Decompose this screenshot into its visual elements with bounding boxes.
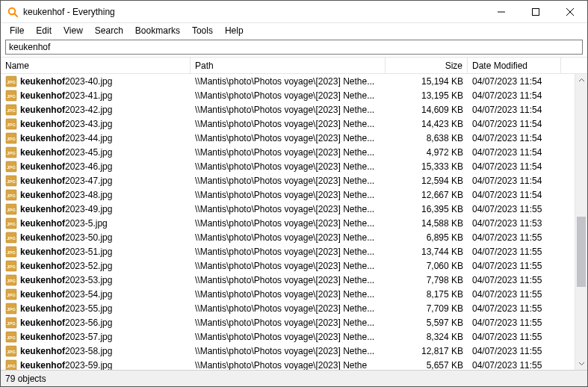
cell-size: 7,060 KB [386, 261, 468, 271]
titlebar[interactable]: keukenhof - Everything [1, 1, 587, 23]
results-list[interactable]: JPGkeukenhof2023-40.jpg\\Mantis\photo\Ph… [1, 74, 575, 370]
close-button[interactable] [553, 1, 587, 23]
cell-size: 4,972 KB [386, 147, 468, 158]
table-row[interactable]: JPGkeukenhof2023-50.jpg\\Mantis\photo\Ph… [1, 230, 575, 244]
table-row[interactable]: JPGkeukenhof2023-43.jpg\\Mantis\photo\Ph… [1, 117, 575, 131]
table-row[interactable]: JPGkeukenhof2023-56.jpg\\Mantis\photo\Ph… [1, 315, 575, 329]
jpg-file-icon: JPG [5, 217, 17, 229]
scroll-down-button[interactable] [575, 357, 587, 370]
svg-text:JPG: JPG [7, 307, 16, 312]
cell-path: \\Mantis\photo\Photos voyage\[2023] Neth… [191, 289, 386, 300]
maximize-button[interactable] [519, 1, 553, 23]
jpg-file-icon: JPG [5, 288, 17, 300]
table-row[interactable]: JPGkeukenhof2023-40.jpg\\Mantis\photo\Ph… [1, 74, 575, 88]
cell-name: JPGkeukenhof2023-59.jpg [1, 359, 191, 371]
cell-path: \\Mantis\photo\Photos voyage\[2023] Neth… [191, 176, 386, 186]
cell-size: 7,798 KB [386, 275, 468, 285]
cell-size: 8,175 KB [386, 289, 468, 300]
table-row[interactable]: JPGkeukenhof2023-51.jpg\\Mantis\photo\Ph… [1, 244, 575, 258]
cell-name: JPGkeukenhof2023-50.jpg [1, 232, 191, 244]
cell-path: \\Mantis\photo\Photos voyage\[2023] Neth… [191, 147, 386, 158]
header-name[interactable]: Name [1, 58, 191, 73]
svg-text:JPG: JPG [7, 250, 16, 255]
table-row[interactable]: JPGkeukenhof2023-49.jpg\\Mantis\photo\Ph… [1, 202, 575, 216]
cell-name: JPGkeukenhof2023-45.jpg [1, 146, 191, 158]
table-row[interactable]: JPGkeukenhof2023-42.jpg\\Mantis\photo\Ph… [1, 102, 575, 117]
svg-text:JPG: JPG [7, 123, 16, 127]
header-size[interactable]: Size [386, 58, 468, 73]
jpg-file-icon: JPG [5, 260, 17, 272]
table-row[interactable]: JPGkeukenhof2023-47.jpg\\Mantis\photo\Ph… [1, 173, 575, 188]
cell-path: \\Mantis\photo\Photos voyage\[2023] Neth… [191, 275, 386, 285]
table-row[interactable]: JPGkeukenhof2023-41.jpg\\Mantis\photo\Ph… [1, 88, 575, 102]
svg-text:JPG: JPG [7, 165, 16, 170]
table-row[interactable]: JPGkeukenhof2023-59.jpg\\Mantis\photo\Ph… [1, 358, 575, 370]
cell-name: JPGkeukenhof2023-49.jpg [1, 203, 191, 215]
cell-size: 14,588 KB [386, 218, 468, 229]
table-row[interactable]: JPGkeukenhof2023-58.jpg\\Mantis\photo\Ph… [1, 344, 575, 358]
header-path[interactable]: Path [191, 58, 386, 73]
jpg-file-icon: JPG [5, 104, 17, 116]
jpg-file-icon: JPG [5, 274, 17, 286]
file-name: keukenhof2023-59.jpg [20, 360, 112, 371]
cell-date: 04/07/2023 11:54 [468, 161, 561, 172]
scroll-thumb[interactable] [577, 217, 586, 287]
cell-path: \\Mantis\photo\Photos voyage\[2023] Neth… [191, 261, 386, 271]
scroll-up-button[interactable] [575, 74, 587, 87]
svg-text:JPG: JPG [7, 236, 16, 241]
jpg-file-icon: JPG [5, 90, 17, 102]
minimize-button[interactable] [484, 1, 519, 23]
table-row[interactable]: JPGkeukenhof2023-57.jpg\\Mantis\photo\Ph… [1, 329, 575, 344]
table-row[interactable]: JPGkeukenhof2023-5.jpg\\Mantis\photo\Pho… [1, 216, 575, 230]
table-row[interactable]: JPGkeukenhof2023-48.jpg\\Mantis\photo\Ph… [1, 188, 575, 202]
table-row[interactable]: JPGkeukenhof2023-46.jpg\\Mantis\photo\Ph… [1, 159, 575, 173]
svg-text:JPG: JPG [7, 350, 16, 354]
scroll-track[interactable] [575, 87, 587, 357]
cell-date: 04/07/2023 11:54 [468, 147, 561, 158]
menu-tools[interactable]: Tools [186, 24, 219, 37]
jpg-file-icon: JPG [5, 317, 17, 329]
header-date[interactable]: Date Modified [468, 58, 561, 73]
menu-bookmarks[interactable]: Bookmarks [129, 24, 186, 37]
jpg-file-icon: JPG [5, 246, 17, 258]
search-input[interactable] [5, 40, 583, 55]
cell-date: 04/07/2023 11:55 [468, 247, 561, 257]
jpg-file-icon: JPG [5, 161, 17, 173]
svg-text:JPG: JPG [7, 279, 16, 283]
svg-text:JPG: JPG [7, 108, 16, 113]
table-row[interactable]: JPGkeukenhof2023-52.jpg\\Mantis\photo\Ph… [1, 258, 575, 273]
file-name: keukenhof2023-42.jpg [20, 105, 112, 115]
cell-size: 12,817 KB [386, 346, 468, 356]
cell-size: 13,744 KB [386, 247, 468, 257]
cell-date: 04/07/2023 11:54 [468, 119, 561, 129]
cell-date: 04/07/2023 11:55 [468, 318, 561, 328]
table-row[interactable]: JPGkeukenhof2023-44.jpg\\Mantis\photo\Ph… [1, 131, 575, 145]
svg-text:JPG: JPG [7, 194, 16, 198]
file-name: keukenhof2023-51.jpg [20, 247, 112, 257]
table-row[interactable]: JPGkeukenhof2023-55.jpg\\Mantis\photo\Ph… [1, 301, 575, 315]
table-row[interactable]: JPGkeukenhof2023-45.jpg\\Mantis\photo\Ph… [1, 145, 575, 159]
svg-text:JPG: JPG [7, 222, 16, 226]
jpg-file-icon: JPG [5, 175, 17, 187]
vertical-scrollbar[interactable] [575, 74, 587, 370]
cell-path: \\Mantis\photo\Photos voyage\[2023] Neth… [191, 190, 386, 200]
file-name: keukenhof2023-44.jpg [20, 133, 112, 143]
cell-path: \\Mantis\photo\Photos voyage\[2023] Neth… [191, 232, 386, 243]
menu-view[interactable]: View [58, 24, 89, 37]
cell-name: JPGkeukenhof2023-56.jpg [1, 317, 191, 329]
svg-text:JPG: JPG [7, 293, 16, 297]
table-row[interactable]: JPGkeukenhof2023-54.jpg\\Mantis\photo\Ph… [1, 287, 575, 301]
cell-date: 04/07/2023 11:55 [468, 232, 561, 243]
menu-help[interactable]: Help [219, 24, 250, 37]
cell-name: JPGkeukenhof2023-57.jpg [1, 331, 191, 343]
cell-name: JPGkeukenhof2023-51.jpg [1, 246, 191, 258]
menu-file[interactable]: File [4, 24, 30, 37]
table-row[interactable]: JPGkeukenhof2023-53.jpg\\Mantis\photo\Ph… [1, 273, 575, 287]
menu-search[interactable]: Search [89, 24, 129, 37]
menu-edit[interactable]: Edit [30, 24, 58, 37]
svg-text:JPG: JPG [7, 364, 16, 368]
svg-text:JPG: JPG [7, 80, 16, 84]
svg-line-1 [14, 13, 17, 16]
cell-size: 7,709 KB [386, 303, 468, 314]
cell-path: \\Mantis\photo\Photos voyage\[2023] Neth… [191, 76, 386, 87]
